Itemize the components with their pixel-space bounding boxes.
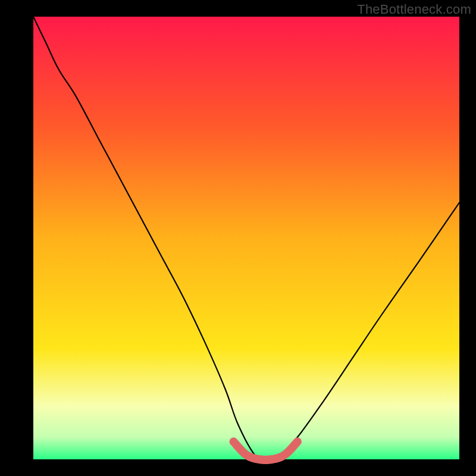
border-left: [0, 0, 33, 476]
plot-background: [33, 17, 459, 459]
border-bottom: [0, 459, 476, 476]
bottleneck-chart-svg: [0, 0, 476, 476]
watermark-text: TheBottleneck.com: [357, 2, 471, 17]
chart-frame: TheBottleneck.com: [0, 0, 476, 476]
border-right: [459, 0, 476, 476]
